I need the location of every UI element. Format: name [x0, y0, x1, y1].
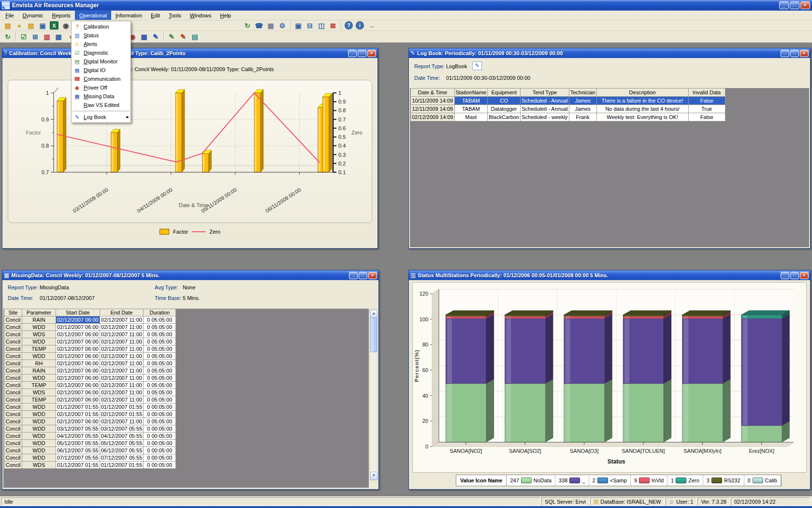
calibration-close-button[interactable]: ×: [367, 50, 376, 57]
menu-item-raw-vs-edited[interactable]: Raw VS Edited: [72, 101, 130, 109]
diary-icon[interactable]: ▤: [189, 31, 201, 42]
cell[interactable]: 0 05:05:00: [144, 389, 176, 396]
logbook-restore-button[interactable]: □: [790, 50, 799, 57]
cell[interactable]: 0 00:05:00: [144, 454, 176, 462]
cell[interactable]: 01/12/2007 01:55: [100, 462, 144, 469]
cell[interactable]: There is a failure in the CO device!: [596, 97, 688, 105]
cell[interactable]: Concil: [4, 462, 22, 469]
cell[interactable]: 02/12/2007 11:00: [100, 360, 144, 367]
db-refresh-icon[interactable]: ↻: [242, 20, 253, 30]
cell[interactable]: 02/12/2007 06:00: [56, 331, 100, 338]
cell[interactable]: WDD: [22, 440, 56, 447]
cell[interactable]: WDD: [22, 447, 56, 454]
calibration-restore-button[interactable]: □: [358, 50, 366, 57]
chart-report-icon[interactable]: ▥: [41, 31, 53, 42]
cell[interactable]: 01/12/2007 01:55: [100, 403, 144, 411]
cell[interactable]: Concil: [4, 433, 22, 440]
cell[interactable]: 0 00:05:00: [144, 433, 176, 440]
table-row[interactable]: ConcilWDD04/12/2007 05:5504/12/2007 05:5…: [4, 433, 176, 440]
menu-file[interactable]: File: [1, 11, 18, 20]
table-row[interactable]: ConcilTEMP02/12/2007 06:0002/12/2007 11:…: [4, 396, 176, 403]
cell[interactable]: 02/12/2007 06:00: [56, 345, 100, 353]
help-icon[interactable]: ?: [345, 21, 353, 30]
cell[interactable]: TABAM: [454, 105, 488, 113]
cell[interactable]: Concil: [4, 353, 22, 360]
cell[interactable]: 02/12/2007 06:00: [56, 353, 100, 360]
table-report-icon[interactable]: ▦: [53, 31, 64, 42]
cell[interactable]: Concil: [4, 331, 22, 338]
menu-item-alerts[interactable]: ⚠Alerts: [72, 40, 130, 48]
vertical-scrollbar[interactable]: ▲ ▼: [369, 309, 377, 481]
cell[interactable]: 03/12/2007 05:55: [56, 425, 100, 433]
status-minimize-button[interactable]: _: [781, 272, 789, 279]
cell[interactable]: 02/12/2007 06:00: [56, 360, 100, 367]
cell[interactable]: Weekly test: Everything is OK!: [596, 113, 688, 121]
cell[interactable]: 02/12/2007 11:00: [100, 345, 144, 353]
cell[interactable]: TEMP: [22, 345, 56, 353]
logbook-close-button[interactable]: ×: [800, 50, 809, 57]
cell[interactable]: TEMP: [22, 382, 56, 389]
cell[interactable]: 0 05:05:00: [144, 345, 176, 353]
menu-operational[interactable]: Operational: [75, 11, 111, 20]
cell[interactable]: Concil: [4, 374, 22, 382]
phone-icon[interactable]: ☎: [253, 20, 265, 30]
cell[interactable]: TEMP: [22, 396, 56, 403]
cell[interactable]: Concil: [4, 367, 22, 374]
edit-pencil-icon[interactable]: ✎: [166, 31, 177, 42]
column-header-description[interactable]: Description: [596, 89, 688, 97]
scroll-down-icon[interactable]: ▼: [370, 472, 377, 480]
cell[interactable]: WDD: [22, 425, 56, 433]
scroll-up-icon[interactable]: ▲: [370, 310, 377, 318]
cell[interactable]: 02/12/2007 11:00: [100, 367, 144, 374]
cell[interactable]: 06/12/2007 05:55: [100, 447, 144, 454]
cell[interactable]: 0 05:05:00: [144, 338, 176, 345]
cell[interactable]: 05/12/2007 05:55: [56, 440, 100, 447]
cell[interactable]: WDD: [22, 403, 56, 411]
edit-grid-icon[interactable]: ✎: [177, 31, 189, 42]
cell[interactable]: 0 05:05:00: [144, 360, 176, 367]
cell[interactable]: 02/12/2007 06:00: [56, 324, 100, 331]
cell[interactable]: 02/12/2007 11:00: [100, 353, 144, 360]
cell[interactable]: Concil: [4, 418, 22, 425]
cell[interactable]: Concil: [4, 396, 22, 403]
cell[interactable]: Concil: [4, 447, 22, 454]
cell[interactable]: WDD: [22, 433, 56, 440]
cell[interactable]: Concil: [4, 425, 22, 433]
cell[interactable]: Concil: [4, 360, 22, 367]
column-header-end-date[interactable]: End Date: [100, 309, 144, 316]
cell[interactable]: Concil: [4, 403, 22, 411]
table-row[interactable]: ConcilWDS01/12/2007 01:5501/12/2007 01:5…: [4, 462, 176, 469]
cell[interactable]: WDD: [22, 353, 56, 360]
cell[interactable]: 02/12/2009 14:09: [411, 113, 455, 121]
cell[interactable]: Datalogger: [488, 105, 521, 113]
status-restore-button[interactable]: □: [790, 272, 799, 279]
cell[interactable]: 06/12/2007 05:55: [56, 447, 100, 454]
edit-report-type-button[interactable]: ✎: [472, 61, 482, 70]
cell[interactable]: Frank: [569, 113, 596, 121]
table-row[interactable]: ConcilWDD02/12/2007 06:0002/12/2007 11:0…: [4, 353, 176, 360]
menu-item-power-off[interactable]: ◉Power Off: [72, 83, 130, 92]
menu-tools[interactable]: Tools: [164, 11, 186, 20]
logbook-window-titlebar[interactable]: ✎ Log Book: Periodically: 01/11/2009 00:…: [409, 48, 810, 58]
cell[interactable]: Concil: [4, 454, 22, 462]
table-row[interactable]: ConcilRAIN02/12/2007 06:0002/12/2007 11:…: [4, 316, 176, 324]
column-header-date-time[interactable]: Date & Time: [411, 89, 455, 97]
cell[interactable]: 05/12/2007 05:55: [100, 440, 144, 447]
cell[interactable]: 02/12/2007 11:00: [100, 331, 144, 338]
menu-item-diagnostic[interactable]: ☑Diagnostic: [72, 48, 130, 57]
cell[interactable]: 0 05:05:00: [144, 316, 176, 324]
status-close-button[interactable]: ×: [800, 272, 809, 279]
cell[interactable]: 02/12/2007 11:00: [100, 338, 144, 345]
menu-item-missing-data[interactable]: ▦Missing Data: [72, 92, 130, 101]
cell[interactable]: False: [688, 97, 725, 105]
cell[interactable]: 04/12/2007 05:55: [100, 433, 144, 440]
cell[interactable]: 0 00:05:00: [144, 462, 176, 469]
cell[interactable]: 02/12/2007 11:00: [100, 396, 144, 403]
table-row[interactable]: ConcilWDD01/12/2007 01:5501/12/2007 01:5…: [4, 403, 176, 411]
cell[interactable]: Concil: [4, 345, 22, 353]
menu-help[interactable]: Help: [216, 11, 235, 20]
info-icon[interactable]: i: [356, 21, 364, 30]
report-edit-icon[interactable]: ☑: [18, 31, 29, 42]
cell[interactable]: 02/12/2007 06:00: [56, 338, 100, 345]
cell[interactable]: 0 05:05:00: [144, 324, 176, 331]
